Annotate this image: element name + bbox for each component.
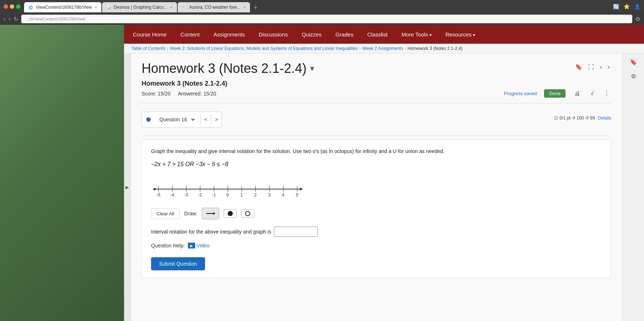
nav-resources[interactable]: Resources <box>444 29 477 40</box>
interval-label: Interval notation for the above inequali… <box>151 229 271 235</box>
left-panel-greenery <box>0 25 124 321</box>
expand-icon-btn[interactable]: ⛶ <box>587 63 595 71</box>
problem-box: Graph the inequality and give interval n… <box>142 140 611 278</box>
math-text: −2x + 7 > 15 OR −3x − 5 ≤ −8 <box>151 161 228 167</box>
draw-controls: Clear All Draw: ⟶ <box>151 208 602 219</box>
progress-saved-label: Progress saved <box>504 91 537 96</box>
nav-assignments[interactable]: Assignments <box>212 29 246 40</box>
tab-close-weather[interactable]: × <box>243 5 246 9</box>
nav-grades[interactable]: Grades <box>334 29 355 40</box>
question-prev-btn[interactable]: < <box>200 114 211 125</box>
tab-weather[interactable]: ⛅ Aurora, CO weather fore... × <box>178 2 250 12</box>
draw-label: Draw: <box>184 211 197 216</box>
question-score-detail: ☑ 0/1 pt ↺ 100 ↺ 99 <box>554 116 595 121</box>
tab-close-active[interactable]: × <box>95 5 97 9</box>
number-line: -5-4-3-2-1012345 <box>151 179 304 197</box>
hw-title-dropdown[interactable]: ▾ <box>310 64 314 73</box>
nl-label: 1 <box>240 192 243 197</box>
hw-subtitle-title: Homework 3 (Notes 2.1-2.4) <box>142 80 611 87</box>
video-label: Video <box>197 243 210 248</box>
back-button[interactable]: ‹ <box>4 16 5 22</box>
filled-dot-tool-button[interactable] <box>224 209 237 218</box>
more-options-btn[interactable]: ⋮ <box>602 89 611 98</box>
right-bookmark-icon[interactable]: 🔖 <box>628 57 639 67</box>
nl-tick <box>200 186 200 192</box>
divider-1 <box>142 103 611 103</box>
homework-title-section: Homework 3 (Notes 2.1-2.4) ▾ 🔖 ⛶ ‹ › Hom… <box>142 61 611 98</box>
breadcrumb-toc[interactable]: Table of Contents <box>131 46 165 51</box>
tab-close-desmos[interactable]: × <box>170 5 173 9</box>
hw-subtitle-section: Homework 3 (Notes 2.1-2.4) Score: 15/20 … <box>142 80 611 98</box>
question-selector[interactable]: Question 16 < > <box>142 111 222 128</box>
interval-row: Interval notation for the above inequali… <box>151 227 602 237</box>
hw-header-right: 🔖 ⛶ ‹ › <box>574 63 611 71</box>
nl-tick <box>242 186 242 192</box>
active-tab[interactable]: 🌐 ViewContent/16081786/View × <box>24 2 101 12</box>
nl-label: 2 <box>254 192 257 197</box>
breadcrumb-current: Homework 3 (Notes 2.1-2.4) <box>408 46 463 51</box>
score-row: Score: 15/20 Answered: 15/20 Progress sa… <box>142 89 611 98</box>
hw-title-text: Homework 3 (Notes 2.1-2.4) <box>142 61 306 76</box>
tab-desmos[interactable]: 📊 Desmos | Graphing Calcu... × <box>102 2 177 12</box>
nl-label: -2 <box>198 192 202 197</box>
new-tab-button[interactable]: + <box>251 3 261 12</box>
nl-tick <box>172 186 173 192</box>
nl-label: 4 <box>282 192 285 197</box>
browser-bar: 🌐 ViewContent/16081786/View × 📊 Desmos |… <box>0 0 644 13</box>
nav-discussions[interactable]: Discussions <box>257 29 289 40</box>
nl-tick <box>158 186 159 192</box>
address-bar-row: ‹ › ↻ ...19/ViewContent/16081786/View ⚙ <box>0 13 644 25</box>
main-content: Homework 3 (Notes 2.1-2.4) ▾ 🔖 ⛶ ‹ › Hom… <box>131 54 622 321</box>
nav-content[interactable]: Content <box>179 29 201 40</box>
tab-label-weather: Aurora, CO weather fore... <box>189 5 241 10</box>
nav-more-tools[interactable]: More Tools <box>400 29 433 40</box>
right-settings-icon[interactable]: ⚙ <box>629 71 637 81</box>
print-icon-btn[interactable]: 🖨 <box>573 90 582 98</box>
next-page-btn[interactable]: › <box>606 63 611 71</box>
hw-header-left: Homework 3 (Notes 2.1-2.4) ▾ <box>142 61 314 76</box>
question-next-btn[interactable]: > <box>211 114 221 125</box>
prev-page-btn[interactable]: ‹ <box>598 63 603 71</box>
top-navigation: Course Home Content Assignments Discussi… <box>124 25 644 44</box>
video-icon: ▶ <box>188 243 195 248</box>
details-link[interactable]: Details <box>598 116 611 121</box>
tab-label: ViewContent/16081786/View <box>36 5 92 10</box>
tab-label-desmos: Desmos | Graphing Calcu... <box>114 5 167 10</box>
nl-tick <box>214 186 214 192</box>
breadcrumb-assignments[interactable]: Week 2 Assignments <box>362 46 403 51</box>
nav-quizzes[interactable]: Quizzes <box>300 29 323 40</box>
refresh-button[interactable]: ↻ <box>14 16 18 23</box>
score-label: Score: 15/20 <box>142 91 170 97</box>
submit-question-button[interactable]: Submit Question <box>151 257 205 270</box>
video-link[interactable]: ▶ Video <box>188 243 210 248</box>
nl-tick <box>255 186 256 192</box>
nl-tick <box>269 186 270 192</box>
nl-label: 5 <box>296 192 298 197</box>
calculator-icon-btn[interactable]: √ <box>589 90 595 98</box>
bookmark-icon-btn[interactable]: 🔖 <box>574 63 584 71</box>
forward-button[interactable]: › <box>8 16 10 22</box>
sidebar-toggle[interactable]: ▶ <box>124 54 131 321</box>
address-bar[interactable]: ...19/ViewContent/16081786/View <box>21 15 632 23</box>
address-text: ...19/ViewContent/16081786/View <box>25 17 85 21</box>
nav-classlist[interactable]: Classlist <box>366 29 389 40</box>
breadcrumb-bar: Table of Contents › Week 2: Solutions of… <box>124 44 644 54</box>
open-dot-tool-button[interactable] <box>241 209 254 218</box>
nl-label: -3 <box>184 192 188 197</box>
nl-label: -1 <box>212 192 216 197</box>
question-select[interactable]: Question 16 <box>155 114 196 125</box>
nav-course-home[interactable]: Course Home <box>131 29 168 40</box>
clear-all-button[interactable]: Clear All <box>151 208 180 219</box>
nl-label: 3 <box>268 192 271 197</box>
hw-big-title: Homework 3 (Notes 2.1-2.4) ▾ <box>142 61 314 76</box>
breadcrumb-week2[interactable]: Week 2: Solutions of Linear Equations, M… <box>170 46 358 51</box>
nl-label: 0 <box>227 192 229 197</box>
nl-arrow-right <box>300 188 303 191</box>
math-expression: −2x + 7 > 15 OR −3x − 5 ≤ −8 <box>151 161 602 168</box>
question-help-row: Question Help: ▶ Video <box>151 243 602 248</box>
done-button[interactable]: Done <box>544 89 566 98</box>
arrow-tool-button[interactable]: ⟶ <box>202 208 219 219</box>
nl-tick <box>186 186 186 192</box>
nl-tick <box>228 186 228 192</box>
interval-input[interactable] <box>274 227 318 237</box>
